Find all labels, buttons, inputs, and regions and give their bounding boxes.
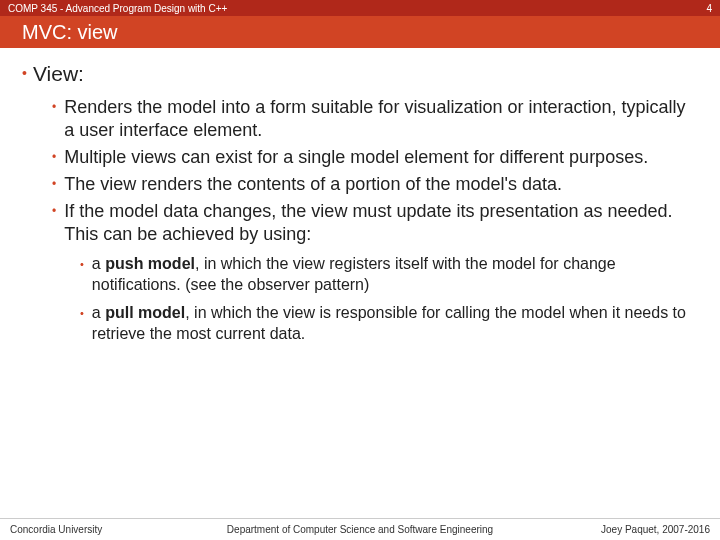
text-prefix: a: [92, 304, 105, 321]
course-title: COMP 345 - Advanced Program Design with …: [8, 3, 227, 14]
bullet-icon: •: [80, 254, 84, 295]
bullet-item: • Renders the model into a form suitable…: [52, 96, 692, 142]
bullet-icon: •: [52, 200, 56, 246]
footer-right: Joey Paquet, 2007-2016: [601, 524, 710, 535]
slide-content: •View: • Renders the model into a form s…: [0, 48, 720, 344]
sub-bullet-item: • a pull model, in which the view is res…: [80, 303, 692, 344]
footer: Concordia University Department of Compu…: [0, 518, 720, 540]
top-bar: COMP 345 - Advanced Program Design with …: [0, 0, 720, 16]
bullet-icon: •: [80, 303, 84, 344]
bullet-text: Multiple views can exist for a single mo…: [64, 146, 648, 169]
bullet-icon: •: [22, 65, 27, 81]
bullet-item: • If the model data changes, the view mu…: [52, 200, 692, 246]
sub-bullet-text: a push model, in which the view register…: [92, 254, 692, 295]
bullet-icon: •: [52, 146, 56, 169]
sub-bullet-text: a pull model, in which the view is respo…: [92, 303, 692, 344]
heading-view: •View:: [22, 62, 692, 86]
text-prefix: a: [92, 255, 105, 272]
page-number: 4: [706, 3, 712, 14]
bullet-icon: •: [52, 96, 56, 142]
text-bold: push model: [105, 255, 195, 272]
bullet-text: The view renders the contents of a porti…: [64, 173, 562, 196]
bullet-text: If the model data changes, the view must…: [64, 200, 692, 246]
bullet-text: Renders the model into a form suitable f…: [64, 96, 692, 142]
slide-title-band: MVC: view: [0, 16, 720, 48]
bullet-item: • Multiple views can exist for a single …: [52, 146, 692, 169]
footer-left: Concordia University: [10, 524, 102, 535]
heading-text: View:: [33, 62, 84, 85]
bullet-item: • The view renders the contents of a por…: [52, 173, 692, 196]
bullet-icon: •: [52, 173, 56, 196]
slide-title: MVC: view: [22, 21, 118, 44]
text-bold: pull model: [105, 304, 185, 321]
sub-bullet-item: • a push model, in which the view regist…: [80, 254, 692, 295]
